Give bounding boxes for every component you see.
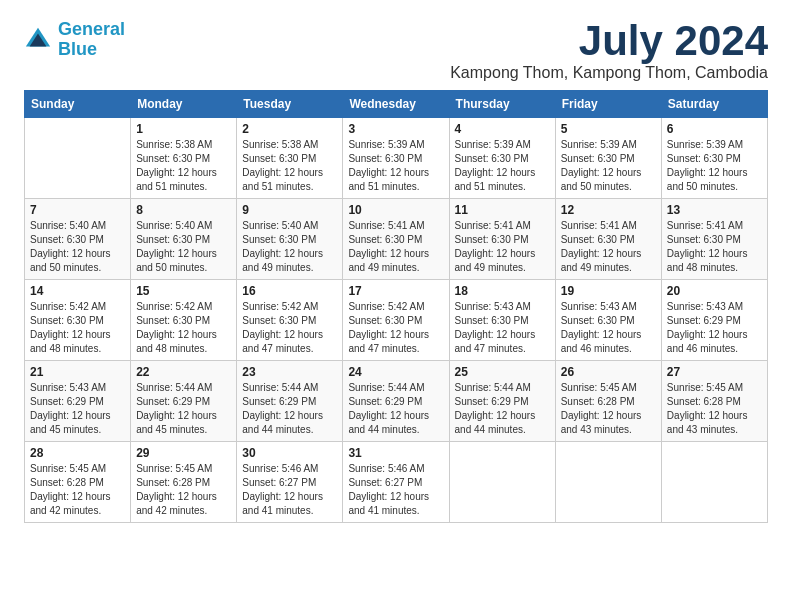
logo-icon [24, 26, 52, 54]
table-cell: 10Sunrise: 5:41 AMSunset: 6:30 PMDayligh… [343, 199, 449, 280]
table-cell: 31Sunrise: 5:46 AMSunset: 6:27 PMDayligh… [343, 442, 449, 523]
day-number: 12 [561, 203, 656, 217]
table-cell: 20Sunrise: 5:43 AMSunset: 6:29 PMDayligh… [661, 280, 767, 361]
day-info: Sunrise: 5:42 AMSunset: 6:30 PMDaylight:… [242, 300, 337, 356]
day-info: Sunrise: 5:40 AMSunset: 6:30 PMDaylight:… [30, 219, 125, 275]
table-cell: 28Sunrise: 5:45 AMSunset: 6:28 PMDayligh… [25, 442, 131, 523]
day-info: Sunrise: 5:41 AMSunset: 6:30 PMDaylight:… [348, 219, 443, 275]
calendar-week-row: 14Sunrise: 5:42 AMSunset: 6:30 PMDayligh… [25, 280, 768, 361]
table-cell: 26Sunrise: 5:45 AMSunset: 6:28 PMDayligh… [555, 361, 661, 442]
day-info: Sunrise: 5:46 AMSunset: 6:27 PMDaylight:… [348, 462, 443, 518]
logo-text: General Blue [58, 20, 125, 60]
day-info: Sunrise: 5:43 AMSunset: 6:30 PMDaylight:… [455, 300, 550, 356]
table-cell [449, 442, 555, 523]
day-number: 29 [136, 446, 231, 460]
main-title: July 2024 [450, 20, 768, 62]
table-cell: 5Sunrise: 5:39 AMSunset: 6:30 PMDaylight… [555, 118, 661, 199]
day-number: 5 [561, 122, 656, 136]
day-number: 18 [455, 284, 550, 298]
day-number: 31 [348, 446, 443, 460]
table-cell [25, 118, 131, 199]
day-info: Sunrise: 5:44 AMSunset: 6:29 PMDaylight:… [455, 381, 550, 437]
day-info: Sunrise: 5:41 AMSunset: 6:30 PMDaylight:… [561, 219, 656, 275]
day-number: 10 [348, 203, 443, 217]
table-cell: 24Sunrise: 5:44 AMSunset: 6:29 PMDayligh… [343, 361, 449, 442]
table-cell [555, 442, 661, 523]
day-number: 2 [242, 122, 337, 136]
day-number: 20 [667, 284, 762, 298]
title-area: July 2024 Kampong Thom, Kampong Thom, Ca… [450, 20, 768, 82]
day-number: 14 [30, 284, 125, 298]
table-cell: 18Sunrise: 5:43 AMSunset: 6:30 PMDayligh… [449, 280, 555, 361]
header-friday: Friday [555, 91, 661, 118]
header-monday: Monday [131, 91, 237, 118]
calendar-week-row: 28Sunrise: 5:45 AMSunset: 6:28 PMDayligh… [25, 442, 768, 523]
day-info: Sunrise: 5:42 AMSunset: 6:30 PMDaylight:… [30, 300, 125, 356]
table-cell: 29Sunrise: 5:45 AMSunset: 6:28 PMDayligh… [131, 442, 237, 523]
table-cell: 15Sunrise: 5:42 AMSunset: 6:30 PMDayligh… [131, 280, 237, 361]
table-cell: 17Sunrise: 5:42 AMSunset: 6:30 PMDayligh… [343, 280, 449, 361]
day-number: 9 [242, 203, 337, 217]
day-number: 30 [242, 446, 337, 460]
day-info: Sunrise: 5:42 AMSunset: 6:30 PMDaylight:… [136, 300, 231, 356]
day-number: 3 [348, 122, 443, 136]
logo-line1: General [58, 19, 125, 39]
day-info: Sunrise: 5:44 AMSunset: 6:29 PMDaylight:… [242, 381, 337, 437]
day-info: Sunrise: 5:43 AMSunset: 6:29 PMDaylight:… [667, 300, 762, 356]
day-number: 28 [30, 446, 125, 460]
table-cell: 14Sunrise: 5:42 AMSunset: 6:30 PMDayligh… [25, 280, 131, 361]
table-cell: 21Sunrise: 5:43 AMSunset: 6:29 PMDayligh… [25, 361, 131, 442]
day-info: Sunrise: 5:44 AMSunset: 6:29 PMDaylight:… [348, 381, 443, 437]
day-number: 15 [136, 284, 231, 298]
day-info: Sunrise: 5:45 AMSunset: 6:28 PMDaylight:… [561, 381, 656, 437]
day-info: Sunrise: 5:40 AMSunset: 6:30 PMDaylight:… [242, 219, 337, 275]
day-number: 4 [455, 122, 550, 136]
calendar-week-row: 7Sunrise: 5:40 AMSunset: 6:30 PMDaylight… [25, 199, 768, 280]
calendar-week-row: 1Sunrise: 5:38 AMSunset: 6:30 PMDaylight… [25, 118, 768, 199]
subtitle: Kampong Thom, Kampong Thom, Cambodia [450, 64, 768, 82]
calendar-header-row: Sunday Monday Tuesday Wednesday Thursday… [25, 91, 768, 118]
day-number: 22 [136, 365, 231, 379]
table-cell: 8Sunrise: 5:40 AMSunset: 6:30 PMDaylight… [131, 199, 237, 280]
day-number: 13 [667, 203, 762, 217]
table-cell: 3Sunrise: 5:39 AMSunset: 6:30 PMDaylight… [343, 118, 449, 199]
table-cell: 27Sunrise: 5:45 AMSunset: 6:28 PMDayligh… [661, 361, 767, 442]
day-info: Sunrise: 5:45 AMSunset: 6:28 PMDaylight:… [667, 381, 762, 437]
day-info: Sunrise: 5:43 AMSunset: 6:30 PMDaylight:… [561, 300, 656, 356]
day-info: Sunrise: 5:46 AMSunset: 6:27 PMDaylight:… [242, 462, 337, 518]
table-cell: 12Sunrise: 5:41 AMSunset: 6:30 PMDayligh… [555, 199, 661, 280]
header-wednesday: Wednesday [343, 91, 449, 118]
table-cell: 23Sunrise: 5:44 AMSunset: 6:29 PMDayligh… [237, 361, 343, 442]
day-number: 6 [667, 122, 762, 136]
day-number: 24 [348, 365, 443, 379]
table-cell: 7Sunrise: 5:40 AMSunset: 6:30 PMDaylight… [25, 199, 131, 280]
day-info: Sunrise: 5:40 AMSunset: 6:30 PMDaylight:… [136, 219, 231, 275]
day-number: 23 [242, 365, 337, 379]
logo: General Blue [24, 20, 125, 60]
table-cell: 13Sunrise: 5:41 AMSunset: 6:30 PMDayligh… [661, 199, 767, 280]
table-cell: 16Sunrise: 5:42 AMSunset: 6:30 PMDayligh… [237, 280, 343, 361]
table-cell: 4Sunrise: 5:39 AMSunset: 6:30 PMDaylight… [449, 118, 555, 199]
logo-line2: Blue [58, 39, 97, 59]
day-info: Sunrise: 5:39 AMSunset: 6:30 PMDaylight:… [561, 138, 656, 194]
day-info: Sunrise: 5:43 AMSunset: 6:29 PMDaylight:… [30, 381, 125, 437]
table-cell: 19Sunrise: 5:43 AMSunset: 6:30 PMDayligh… [555, 280, 661, 361]
day-number: 1 [136, 122, 231, 136]
day-number: 26 [561, 365, 656, 379]
table-cell: 30Sunrise: 5:46 AMSunset: 6:27 PMDayligh… [237, 442, 343, 523]
table-cell: 25Sunrise: 5:44 AMSunset: 6:29 PMDayligh… [449, 361, 555, 442]
day-number: 8 [136, 203, 231, 217]
day-info: Sunrise: 5:38 AMSunset: 6:30 PMDaylight:… [136, 138, 231, 194]
day-number: 27 [667, 365, 762, 379]
day-number: 25 [455, 365, 550, 379]
calendar-table: Sunday Monday Tuesday Wednesday Thursday… [24, 90, 768, 523]
table-cell [661, 442, 767, 523]
day-info: Sunrise: 5:44 AMSunset: 6:29 PMDaylight:… [136, 381, 231, 437]
day-info: Sunrise: 5:42 AMSunset: 6:30 PMDaylight:… [348, 300, 443, 356]
day-info: Sunrise: 5:39 AMSunset: 6:30 PMDaylight:… [348, 138, 443, 194]
table-cell: 1Sunrise: 5:38 AMSunset: 6:30 PMDaylight… [131, 118, 237, 199]
header-thursday: Thursday [449, 91, 555, 118]
table-cell: 22Sunrise: 5:44 AMSunset: 6:29 PMDayligh… [131, 361, 237, 442]
day-info: Sunrise: 5:39 AMSunset: 6:30 PMDaylight:… [667, 138, 762, 194]
day-info: Sunrise: 5:39 AMSunset: 6:30 PMDaylight:… [455, 138, 550, 194]
